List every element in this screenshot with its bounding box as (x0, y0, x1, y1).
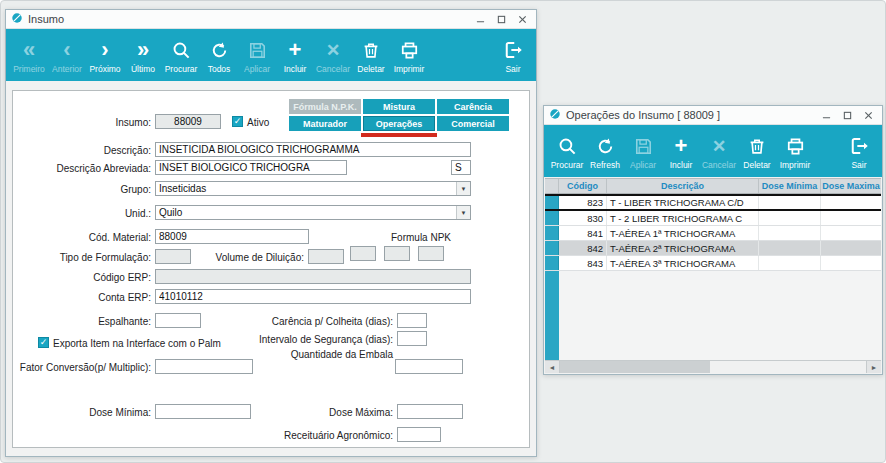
scrollbar-thumb[interactable] (560, 361, 710, 373)
procurar-button[interactable]: Procurar (162, 29, 200, 81)
cell-dose-minima[interactable] (759, 196, 821, 209)
cell-dose-maxima[interactable] (821, 241, 881, 255)
primeiro-button[interactable]: « Primeiro (10, 29, 48, 81)
window-controls (471, 12, 531, 26)
close-icon[interactable] (513, 12, 531, 26)
sair-button[interactable]: Sair (840, 125, 878, 177)
deletar-button[interactable]: Deletar (738, 125, 776, 177)
grid-row-830[interactable]: 830 T - 2 LIBER TRICHOGRAMA C (545, 211, 881, 226)
tab-carencia[interactable]: Carência (437, 99, 509, 114)
scroll-left-icon[interactable]: ◄ (545, 361, 560, 373)
cod-material-input[interactable] (155, 229, 309, 244)
grid-header-dose-minima[interactable]: Dose Mínima (759, 179, 821, 193)
intervalo-seguranca-input[interactable] (397, 331, 427, 346)
conta-erp-input[interactable] (155, 289, 471, 304)
row-selector[interactable] (545, 256, 559, 270)
close-icon[interactable] (859, 108, 877, 122)
dose-minima-label: Dose Mínima: (13, 407, 151, 418)
cell-dose-minima[interactable] (759, 256, 821, 270)
quantidade-embala-input[interactable] (395, 359, 463, 374)
grid-header-descricao[interactable]: Descrição (607, 179, 759, 193)
cell-codigo[interactable]: 830 (559, 211, 607, 225)
imprimir-button[interactable]: Imprimir (390, 29, 428, 81)
ativo-checkbox[interactable]: ✓ (232, 116, 243, 127)
grid-row-841[interactable]: 841 T-AÉREA 1ª TRICHOGRAMA (545, 226, 881, 241)
cell-dose-minima[interactable] (759, 226, 821, 240)
cell-codigo[interactable]: 843 (559, 256, 607, 270)
refresh-button[interactable]: Refresh (586, 125, 624, 177)
sair-button[interactable]: Sair (494, 29, 532, 81)
operacoes-titlebar[interactable]: Operações do Insumo [ 88009 ] (544, 106, 882, 125)
horizontal-scrollbar[interactable]: ◄ ► (545, 360, 881, 373)
grid-header-dose-maxima[interactable]: Dose Maxima (821, 179, 881, 193)
cell-dose-minima[interactable] (759, 241, 821, 255)
maximize-icon[interactable] (838, 108, 856, 122)
tab-maturador[interactable]: Maturador (289, 116, 361, 131)
descricao-abreviada-input[interactable] (155, 160, 347, 175)
cell-dose-maxima[interactable] (821, 196, 881, 209)
cell-dose-maxima[interactable] (821, 256, 881, 270)
tab-operacoes[interactable]: Operações (363, 116, 435, 131)
unid-select[interactable]: Quilo ▼ (155, 205, 471, 220)
npk-k-input[interactable] (418, 246, 444, 261)
s-flag-input[interactable] (451, 160, 471, 175)
cell-dose-maxima[interactable] (821, 226, 881, 240)
cell-codigo[interactable]: 841 (559, 226, 607, 240)
cell-descricao[interactable]: T-AÉREA 1ª TRICHOGRAMA (607, 226, 759, 240)
cell-descricao[interactable]: T - 2 LIBER TRICHOGRAMA C (607, 211, 759, 225)
row-selector[interactable] (545, 211, 559, 225)
tipo-formulacao-input[interactable] (155, 249, 191, 264)
codigo-erp-input[interactable] (155, 269, 471, 284)
aplicar-button[interactable]: Aplicar (624, 125, 662, 177)
todos-button[interactable]: Todos (200, 29, 238, 81)
descricao-input[interactable] (155, 142, 471, 157)
cell-codigo[interactable]: 842 (559, 241, 607, 255)
grid-row-843[interactable]: 843 T-AÉREA 3ª TRICHOGRAMA (545, 256, 881, 271)
dose-minima-input[interactable] (155, 404, 251, 419)
insumo-titlebar[interactable]: Insumo (6, 10, 536, 29)
maximize-icon[interactable] (492, 12, 510, 26)
tab-comercial[interactable]: Comercial (437, 116, 509, 131)
fator-conversao-input[interactable] (155, 359, 253, 374)
deletar-button[interactable]: Deletar (352, 29, 390, 81)
row-selector[interactable] (545, 226, 559, 240)
minimize-icon[interactable] (817, 108, 835, 122)
anterior-button[interactable]: ‹ Anterior (48, 29, 86, 81)
npk-p-input[interactable] (384, 246, 410, 261)
exporta-palm-checkbox[interactable]: ✓ (38, 337, 49, 348)
npk-n-input[interactable] (350, 246, 376, 261)
espalhante-input[interactable] (155, 313, 201, 328)
tab-formula-npk[interactable]: Fórmula N.P.K. (289, 99, 361, 114)
cancelar-button[interactable]: ✕ Cancelar (700, 125, 738, 177)
cell-dose-maxima[interactable] (821, 211, 881, 225)
cell-dose-minima[interactable] (759, 211, 821, 225)
aplicar-button[interactable]: Aplicar (238, 29, 276, 81)
grupo-select[interactable]: Inseticidas ▼ (155, 181, 471, 196)
imprimir-button[interactable]: Imprimir (776, 125, 814, 177)
insumo-input[interactable] (155, 114, 221, 129)
cell-descricao[interactable]: T-AÉREA 2ª TRICHOGRAMA (607, 241, 759, 255)
tab-mistura[interactable]: Mistura (363, 99, 435, 114)
cancelar-button[interactable]: ✕ Cancelar (314, 29, 352, 81)
row-selector[interactable] (545, 196, 559, 209)
cancel-x-icon: ✕ (326, 38, 340, 62)
receituario-input[interactable] (397, 427, 441, 442)
carencia-colheita-input[interactable] (397, 313, 427, 328)
grupo-label: Grupo: (13, 184, 151, 195)
grid-row-842[interactable]: 842 T-AÉREA 2ª TRICHOGRAMA (545, 241, 881, 256)
cell-descricao[interactable]: T-AÉREA 3ª TRICHOGRAMA (607, 256, 759, 270)
incluir-button[interactable]: + Incluir (662, 125, 700, 177)
grid-header-codigo[interactable]: Código (559, 179, 607, 193)
scroll-right-icon[interactable]: ► (866, 361, 881, 373)
ultimo-button[interactable]: » Último (124, 29, 162, 81)
row-selector[interactable] (545, 241, 559, 255)
procurar-button[interactable]: Procurar (548, 125, 586, 177)
minimize-icon[interactable] (471, 12, 489, 26)
volume-diluicao-input[interactable] (308, 249, 344, 264)
cell-codigo[interactable]: 823 (559, 196, 607, 209)
dose-maxima-input[interactable] (397, 404, 463, 419)
proximo-button[interactable]: › Próximo (86, 29, 124, 81)
cell-descricao[interactable]: T - LIBER TRICHOGRAMA C/D (607, 196, 759, 209)
incluir-button[interactable]: + Incluir (276, 29, 314, 81)
grid-row-823[interactable]: 823 T - LIBER TRICHOGRAMA C/D (545, 194, 881, 211)
